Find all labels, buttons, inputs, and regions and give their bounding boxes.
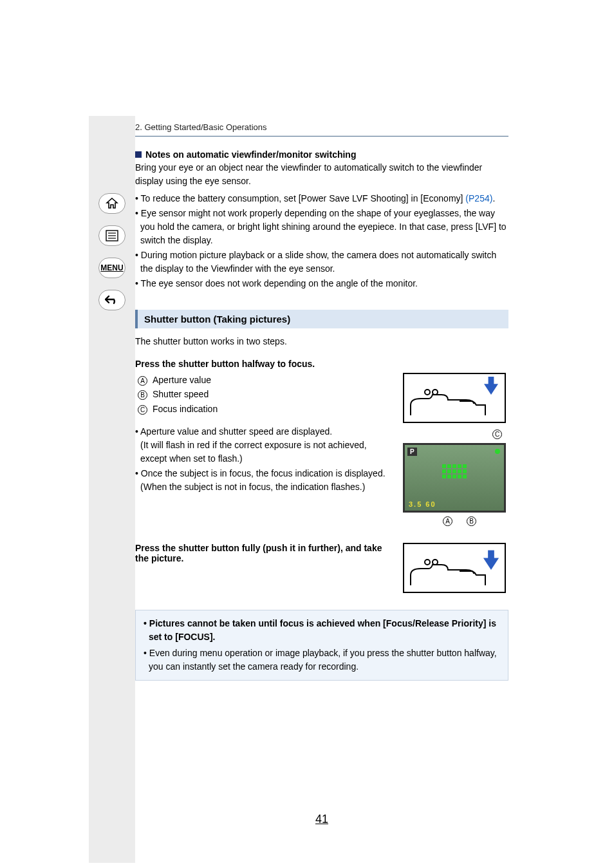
camera-outline-icon bbox=[409, 386, 487, 417]
step1-diagrams: C P 3.5 60 A B bbox=[400, 373, 508, 526]
step1-text: AAperture value BShutter speed CFocus in… bbox=[135, 373, 389, 494]
step1-bullet: Aperture value and shutter speed are dis… bbox=[135, 425, 389, 466]
marker-c-diagram: C bbox=[492, 429, 502, 439]
page-content: 2. Getting Started/Basic Operations Note… bbox=[135, 122, 508, 681]
nav-sidebar: MENU bbox=[89, 116, 135, 863]
step2-heading: Press the shutter button fully (push it … bbox=[135, 543, 389, 563]
camera-halfpress-diagram bbox=[403, 373, 506, 423]
svg-point-6 bbox=[425, 560, 430, 565]
marker-b: B bbox=[138, 390, 147, 400]
step2-block: Press the shutter button fully (push it … bbox=[135, 543, 508, 593]
notes-section: Notes on automatic viewfinder/monitor sw… bbox=[135, 149, 508, 290]
legend-row: AAperture value bbox=[135, 373, 389, 387]
marker-b-diagram: B bbox=[467, 516, 476, 526]
legend-text: Focus indication bbox=[153, 404, 218, 414]
info-callout: Pictures cannot be taken until focus is … bbox=[135, 610, 508, 681]
notes-bullet: Eye sensor might not work properly depen… bbox=[135, 207, 508, 247]
svg-point-7 bbox=[433, 560, 438, 565]
page-ref-link[interactable]: (P254) bbox=[465, 193, 492, 203]
step1-bullet: Once the subject is in focus, the focus … bbox=[135, 467, 389, 494]
chapter-heading: 2. Getting Started/Basic Operations bbox=[135, 122, 508, 137]
camera-fullpress-diagram bbox=[403, 543, 506, 593]
toc-icon bbox=[105, 230, 119, 241]
focus-grid-icon bbox=[442, 464, 467, 478]
step2-diagrams bbox=[400, 543, 508, 593]
back-icon bbox=[105, 295, 119, 305]
marker-a-diagram: A bbox=[443, 516, 452, 526]
legend-text: Aperture value bbox=[153, 375, 211, 385]
page-number: 41 bbox=[315, 813, 328, 826]
info-bullet: Even during menu operation or image play… bbox=[144, 646, 500, 674]
legend-row: CFocus indication bbox=[135, 402, 389, 416]
marker-c: C bbox=[138, 405, 147, 415]
menu-label: MENU bbox=[100, 263, 123, 272]
notes-bullets: To reduce the battery consumption, set [… bbox=[135, 192, 508, 290]
notes-bullet: The eye sensor does not work depending o… bbox=[135, 277, 508, 290]
notes-bullet: During motion picture playback or a slid… bbox=[135, 249, 508, 276]
exposure-readout: 3.5 60 bbox=[409, 500, 436, 508]
notes-heading: Notes on automatic viewfinder/monitor sw… bbox=[145, 149, 356, 160]
info-bold-bullet: Pictures cannot be taken until focus is … bbox=[144, 617, 500, 644]
ab-markers: A B bbox=[427, 516, 481, 526]
legend-text: Shutter speed bbox=[153, 389, 209, 399]
svg-point-5 bbox=[433, 390, 438, 395]
nav-back-button[interactable] bbox=[98, 290, 126, 310]
focus-indication-icon bbox=[495, 449, 500, 454]
svg-point-4 bbox=[425, 390, 430, 395]
step1-block: AAperture value BShutter speed CFocus in… bbox=[135, 373, 508, 526]
nav-menu-button[interactable]: MENU bbox=[98, 258, 126, 278]
section-title: Shutter button (Taking pictures) bbox=[135, 310, 508, 328]
nav-home-button[interactable] bbox=[98, 193, 126, 214]
camera-screen-preview: P 3.5 60 bbox=[403, 443, 506, 513]
legend-row: BShutter speed bbox=[135, 387, 389, 401]
section-intro: The shutter button works in two steps. bbox=[135, 335, 508, 348]
notes-intro: Bring your eye or an object near the vie… bbox=[135, 161, 508, 188]
step1-heading: Press the shutter button halfway to focu… bbox=[135, 359, 508, 369]
square-bullet-icon bbox=[135, 151, 142, 158]
camera-outline-icon bbox=[409, 556, 487, 587]
home-icon bbox=[106, 198, 118, 209]
nav-toc-button[interactable] bbox=[98, 225, 126, 246]
notes-bullet: To reduce the battery consumption, set [… bbox=[135, 192, 508, 205]
marker-a: A bbox=[138, 376, 147, 386]
mode-badge: P bbox=[407, 448, 417, 456]
